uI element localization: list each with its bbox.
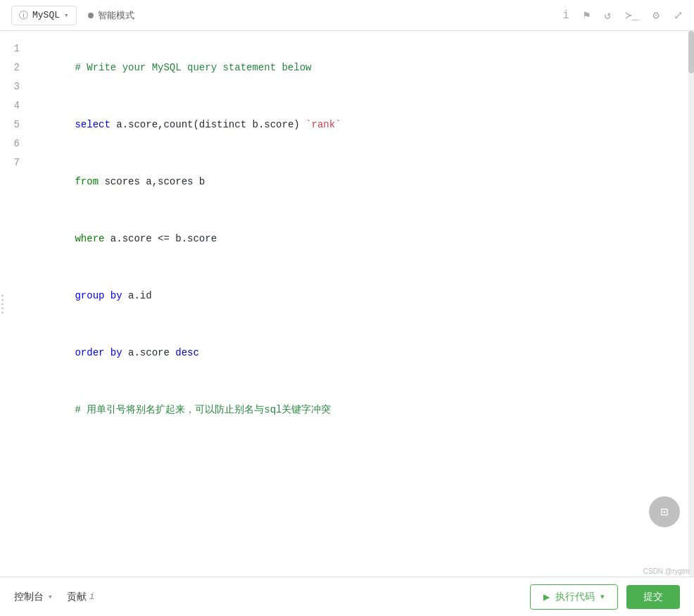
- run-code-button[interactable]: ▶ 执行代码 ▾: [530, 584, 618, 610]
- console-chevron-icon: ▾: [48, 592, 53, 601]
- line-num-1: 1: [0, 39, 20, 58]
- db-selector-label: MySQL: [32, 10, 60, 20]
- line-num-4: 4: [0, 96, 20, 115]
- keyword-order: order: [75, 347, 104, 358]
- line-num-2: 2: [0, 58, 20, 77]
- keyword-where: where: [75, 233, 104, 244]
- code-group-body: a.id: [122, 290, 152, 301]
- resize-dot-5: [1, 311, 4, 313]
- editor-toolbar: ⓘ MySQL ▾ 智能模式 i ⚑ ↺ ≻_ ⚙ ⤢: [0, 0, 694, 31]
- contribute-label: 贡献: [67, 591, 87, 603]
- code-comment-1: # Write your MySQL query statement below: [75, 62, 311, 73]
- terminal-icon[interactable]: ≻_: [625, 8, 638, 23]
- refresh-icon[interactable]: ↺: [604, 8, 611, 23]
- settings-icon[interactable]: ⚙: [652, 8, 660, 23]
- resize-dot-3: [1, 303, 4, 305]
- keyword-desc: desc: [175, 347, 199, 358]
- keyword-group: group: [75, 290, 104, 301]
- keyword-select: select: [75, 119, 110, 130]
- resize-dot-2: [1, 298, 4, 301]
- line-num-5: 5: [0, 115, 20, 134]
- resize-dot-1: [1, 294, 4, 296]
- code-backtick-rank: `rank`: [305, 119, 341, 130]
- scrollbar-track[interactable]: [688, 31, 694, 577]
- code-line-6: order by a.score desc: [39, 325, 683, 382]
- code-line-2: select a.score,count(distinct b.score) `…: [39, 96, 683, 153]
- keyword-by-1: by: [104, 290, 122, 301]
- bottom-right-actions: ▶ 执行代码 ▾ 提交: [530, 584, 680, 610]
- db-info-icon: ⓘ: [19, 9, 28, 22]
- code-from-body: scores a,scores b: [99, 176, 205, 187]
- code-order-body: a.score: [122, 347, 176, 358]
- bottom-toolbar: 控制台 ▾ 贡献 i ▶ 执行代码 ▾ 提交: [0, 577, 694, 616]
- console-label: 控制台: [14, 591, 44, 603]
- code-line-5: group by a.id: [39, 268, 683, 325]
- smart-mode-indicator: 智能模式: [88, 9, 134, 22]
- code-line-3: from scores a,scores b: [39, 153, 683, 210]
- console-button[interactable]: 控制台 ▾: [14, 591, 53, 603]
- submit-button[interactable]: 提交: [626, 585, 680, 609]
- info-icon[interactable]: i: [562, 9, 569, 22]
- keyword-by-2: by: [104, 347, 122, 358]
- code-select-body: a.score,count(distinct b.score): [111, 119, 305, 130]
- code-line-7: # 用单引号将别名扩起来，可以防止别名与sql关键字冲突: [39, 382, 683, 439]
- contribute-button[interactable]: 贡献 i: [67, 591, 95, 603]
- code-editor[interactable]: # Write your MySQL query statement below…: [28, 31, 694, 577]
- copy-icon: ⊡: [661, 504, 669, 520]
- copy-floating-button[interactable]: ⊡: [649, 496, 680, 527]
- db-selector-chevron: ▾: [64, 11, 69, 20]
- code-comment-chinese: # 用单引号将别名扩起来，可以防止别名与sql关键字冲突: [75, 404, 331, 415]
- contribute-info-icon: i: [89, 591, 95, 602]
- resize-dot-4: [1, 307, 4, 309]
- run-code-label: 执行代码: [555, 591, 595, 603]
- code-line-4: where a.score <= b.score: [39, 210, 683, 268]
- line-num-7: 7: [0, 153, 20, 172]
- watermark: CSDN @rygtm: [643, 567, 690, 575]
- code-line-1: # Write your MySQL query statement below: [39, 39, 683, 96]
- smart-mode-dot: [88, 13, 94, 18]
- resize-handle[interactable]: [0, 291, 5, 316]
- line-num-3: 3: [0, 77, 20, 96]
- bottom-left-actions: 控制台 ▾ 贡献 i: [14, 591, 94, 603]
- play-icon: ▶: [543, 592, 550, 602]
- line-num-6: 6: [0, 134, 20, 153]
- run-chevron-icon: ▾: [600, 592, 605, 601]
- editor-container: 1 2 3 4 5 6 7 # Write your MySQL query s…: [0, 31, 694, 577]
- flag-icon[interactable]: ⚑: [583, 8, 591, 23]
- keyword-from: from: [75, 176, 99, 187]
- db-selector[interactable]: ⓘ MySQL ▾: [11, 6, 77, 25]
- smart-mode-label: 智能模式: [98, 9, 134, 22]
- toolbar-icons: i ⚑ ↺ ≻_ ⚙ ⤢: [562, 8, 683, 23]
- expand-icon[interactable]: ⤢: [674, 8, 683, 23]
- scrollbar-thumb[interactable]: [688, 31, 694, 73]
- code-where-body: a.score <= b.score: [104, 233, 217, 244]
